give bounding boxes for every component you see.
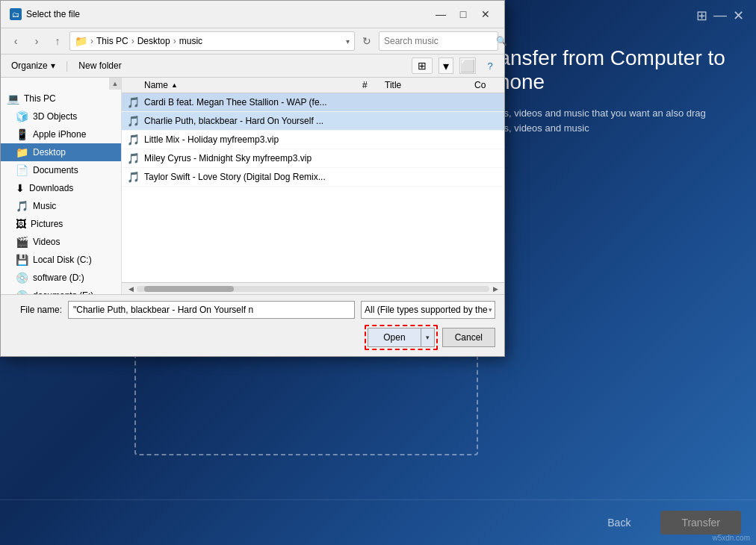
organize-button[interactable]: Organize ▾ xyxy=(7,59,60,72)
bg-bottom-bar: Back Transfer xyxy=(0,499,756,545)
col-name-header[interactable]: Name ▲ xyxy=(122,80,362,90)
breadcrumb-this-pc[interactable]: This PC xyxy=(96,36,128,46)
dialog-icon: 🗂 xyxy=(10,8,22,20)
file-list: 🎵 Cardi B feat. Megan Thee Stallion - WA… xyxy=(122,93,504,282)
this-pc-icon: 💻 xyxy=(7,93,19,105)
refresh-button[interactable]: ↻ xyxy=(358,32,376,50)
sidebar-item-pictures[interactable]: 🖼 Pictures xyxy=(1,215,121,233)
file-icon-3: 🎵 xyxy=(122,134,144,146)
toolbar-divider: | xyxy=(66,60,69,72)
sidebar-item-local-disk-c[interactable]: 💾 Local Disk (C:) xyxy=(1,251,121,269)
col-title-header[interactable]: Title xyxy=(385,80,474,90)
col-title-label: Title xyxy=(385,80,401,90)
open-button[interactable]: Open xyxy=(368,328,421,347)
minimize-bg-icon[interactable]: — xyxy=(713,7,727,24)
navigation-toolbar: ‹ › ↑ 📁 › This PC › Desktop › music ▾ ↻ … xyxy=(1,28,504,54)
file-row-1[interactable]: 🎵 Cardi B feat. Megan Thee Stallion - WA… xyxy=(122,93,504,112)
cancel-button[interactable]: Cancel xyxy=(442,328,495,347)
sidebar-item-3d-objects[interactable]: 🧊 3D Objects xyxy=(1,108,121,125)
grid-icon[interactable]: ⊞ xyxy=(696,7,707,24)
view-toggle-button[interactable]: ⊞ xyxy=(412,57,433,74)
breadcrumb-desktop[interactable]: Desktop xyxy=(137,36,170,46)
buttons-row: Open ▾ Cancel xyxy=(10,325,495,350)
filetype-select[interactable]: All (File types supported by the xyxy=(361,301,495,319)
documents-e-icon: 💿 xyxy=(16,290,28,294)
music-label: Music xyxy=(33,201,56,211)
breadcrumb-bar[interactable]: 📁 › This PC › Desktop › music ▾ xyxy=(69,31,355,51)
desktop-label: Desktop xyxy=(33,147,66,158)
transfer-button[interactable]: Transfer xyxy=(660,511,741,535)
horizontal-scrollbar[interactable]: ◀ ▶ xyxy=(122,282,504,294)
sort-arrow-icon: ▲ xyxy=(171,81,178,89)
software-d-icon: 💿 xyxy=(16,272,28,284)
maximize-button[interactable]: □ xyxy=(453,7,473,22)
minimize-button[interactable]: — xyxy=(431,7,450,22)
sidebar-item-desktop[interactable]: 📁 Desktop xyxy=(1,143,121,161)
view-dropdown-button[interactable]: ▾ xyxy=(439,57,453,74)
secondary-toolbar: Organize ▾ | New folder ⊞ ▾ ⬜ ? xyxy=(1,54,504,78)
breadcrumb-music[interactable]: music xyxy=(179,36,202,46)
sidebar-item-documents[interactable]: 📄 Documents xyxy=(1,161,121,179)
sidebar-item-this-pc[interactable]: 💻 This PC xyxy=(1,90,121,108)
file-row-2[interactable]: 🎵 Charlie Puth, blackbear - Hard On Your… xyxy=(122,112,504,131)
col-other-header[interactable]: Co xyxy=(474,80,504,90)
breadcrumb-separator-3: › xyxy=(173,36,176,46)
scroll-left-button[interactable]: ◀ xyxy=(125,284,137,294)
file-dialog: 🗂 Select the file — □ ✕ ‹ › ↑ 📁 › This P… xyxy=(0,0,505,357)
desktop-icon: 📁 xyxy=(16,146,28,158)
search-bar[interactable]: 🔍 xyxy=(379,31,498,51)
sidebar-item-software-d[interactable]: 💿 software (D:) xyxy=(1,269,121,287)
search-input[interactable] xyxy=(384,36,496,46)
open-dropdown-button[interactable]: ▾ xyxy=(421,328,435,347)
sidebar-item-music[interactable]: 🎵 Music xyxy=(1,197,121,215)
apple-iphone-icon: 📱 xyxy=(16,128,28,140)
scroll-track[interactable] xyxy=(137,286,489,292)
sidebar-item-apple-iphone[interactable]: 📱 Apple iPhone xyxy=(1,125,121,143)
scroll-right-button[interactable]: ▶ xyxy=(489,284,501,294)
bg-title: Transfer from Computer to iPhone xyxy=(480,46,734,94)
documents-label: Documents xyxy=(33,165,78,175)
dialog-title: Select the file xyxy=(26,9,427,19)
preview-button[interactable]: ⬜ xyxy=(459,57,476,74)
file-row-3[interactable]: 🎵 Little Mix - Holiday myfreemp3.vip xyxy=(122,131,504,149)
watermark: w5xdn.com xyxy=(712,534,750,542)
sidebar: ▲ 💻 This PC 🧊 3D Objects 📱 Apple iPhone … xyxy=(1,78,122,294)
sidebar-scroll-up[interactable]: ▲ xyxy=(109,78,121,90)
local-disk-c-icon: 💾 xyxy=(16,254,28,266)
forward-nav-button[interactable]: › xyxy=(28,32,46,50)
up-nav-button[interactable]: ↑ xyxy=(49,32,66,50)
3d-objects-label: 3D Objects xyxy=(33,111,77,122)
downloads-icon: ⬇ xyxy=(16,182,25,194)
file-icon-2: 🎵 xyxy=(122,115,144,127)
dialog-bottom: File name: All (File types supported by … xyxy=(1,294,504,356)
main-content: ▲ 💻 This PC 🧊 3D Objects 📱 Apple iPhone … xyxy=(1,78,504,294)
sidebar-item-downloads[interactable]: ⬇ Downloads xyxy=(1,179,121,197)
file-name-4: Miley Cyrus - Midnight Sky myfreemp3.vip xyxy=(144,153,362,164)
bg-right-panel: Transfer from Computer to iPhone photos,… xyxy=(480,46,734,485)
help-button[interactable]: ? xyxy=(482,57,498,74)
close-button[interactable]: ✕ xyxy=(476,7,495,22)
file-name-1: Cardi B feat. Megan Thee Stallion - WAP … xyxy=(144,97,362,108)
filename-input[interactable] xyxy=(68,301,355,319)
back-button[interactable]: Back xyxy=(586,511,651,535)
videos-icon: 🎬 xyxy=(16,236,28,248)
file-name-3: Little Mix - Holiday myfreemp3.vip xyxy=(144,134,362,145)
sidebar-item-documents-e[interactable]: 💿 documents (E:) xyxy=(1,287,121,294)
file-name-2: Charlie Puth, blackbear - Hard On Yourse… xyxy=(144,116,362,126)
new-folder-button[interactable]: New folder xyxy=(74,59,126,72)
back-nav-button[interactable]: ‹ xyxy=(7,32,25,50)
downloads-label: Downloads xyxy=(29,183,73,193)
file-row-4[interactable]: 🎵 Miley Cyrus - Midnight Sky myfreemp3.v… xyxy=(122,149,504,168)
bg-description: photos, videos and music that you want a… xyxy=(480,106,734,135)
breadcrumb-folder-icon: 📁 xyxy=(75,35,87,47)
file-row-5[interactable]: 🎵 Taylor Swift - Love Story (Digital Dog… xyxy=(122,168,504,187)
organize-dropdown-icon: ▾ xyxy=(51,60,55,71)
sidebar-item-videos[interactable]: 🎬 Videos xyxy=(1,233,121,251)
file-icon-5: 🎵 xyxy=(122,171,144,183)
close-bg-icon[interactable]: ✕ xyxy=(733,7,744,24)
breadcrumb-dropdown-icon[interactable]: ▾ xyxy=(346,37,350,46)
col-hash-header[interactable]: # xyxy=(362,80,385,90)
scroll-thumb xyxy=(144,286,234,292)
col-other-label: Co xyxy=(474,80,486,90)
bg-header-icons: ⊞ — ✕ xyxy=(696,7,744,24)
